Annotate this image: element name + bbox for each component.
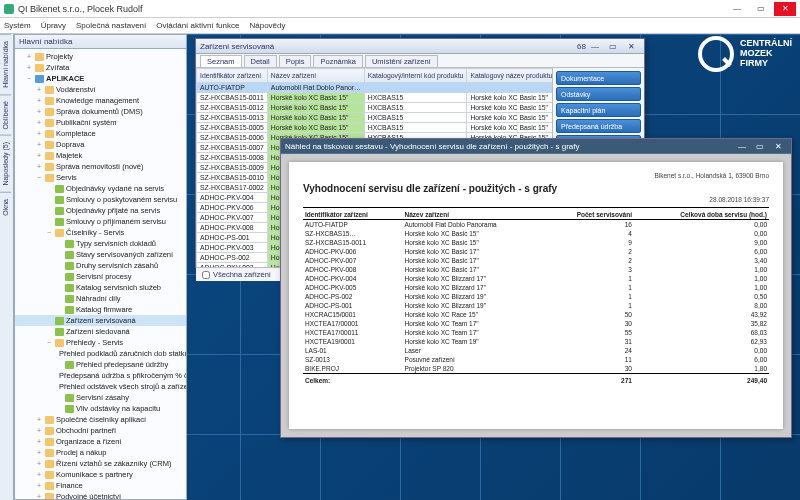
grid-close-icon[interactable]: ✕ (622, 42, 640, 51)
report-window: Náhled na tiskovou sestavu - Vyhodnocení… (280, 138, 792, 438)
tree-node[interactable]: +Kompletace (15, 128, 186, 139)
tree-node[interactable]: −APLIKACE (15, 73, 186, 84)
report-window-titlebar[interactable]: Náhled na tiskovou sestavu - Vyhodnocení… (281, 139, 791, 154)
tree-node[interactable]: +Knowledge management (15, 95, 186, 106)
grid-row[interactable]: SZ-HXCBAS15-0005Horské kolo XC Basic 15"… (197, 123, 553, 133)
report-min-icon[interactable]: — (733, 142, 751, 151)
tree-node[interactable]: +Organizace a řízení (15, 436, 186, 447)
report-max-icon[interactable]: ▭ (751, 142, 769, 151)
tree-node[interactable]: +Publikační systém (15, 117, 186, 128)
app-titlebar: QI Bikenet s.r.o., Plocek Rudolf — ▭ ✕ (0, 0, 800, 18)
menu-item[interactable]: Úpravy (41, 21, 66, 30)
side-tab[interactable]: Oblíbené (0, 94, 11, 135)
grid-action-button[interactable]: Odstávky (556, 87, 641, 101)
tree-node[interactable]: +Majetek (15, 150, 186, 161)
tree-node[interactable]: Náhradní díly (15, 293, 186, 304)
grid-action-button[interactable]: Dokumentace (556, 71, 641, 85)
grid-tab[interactable]: Popis (279, 55, 312, 67)
tree-node[interactable]: Přehled podkladů záručních dob statků (15, 348, 186, 359)
report-close-icon[interactable]: ✕ (769, 142, 787, 151)
report-window-title: Náhled na tiskovou sestavu - Vyhodnocení… (285, 142, 733, 151)
close-button[interactable]: ✕ (774, 2, 796, 16)
menu-item[interactable]: Systém (4, 21, 31, 30)
tree-node[interactable]: +Správa nemovitostí (nové) (15, 161, 186, 172)
tree-node[interactable]: Přehled předepsané údržby (15, 359, 186, 370)
grid-row[interactable]: SZ-HXCBAS15-0011Horské kolo XC Basic 15"… (197, 93, 553, 103)
app-icon (4, 4, 14, 14)
tree-node[interactable]: +Komunikace s partnery (15, 469, 186, 480)
tree-node[interactable]: +Projekty (15, 51, 186, 62)
report-row: ADHOC-PKV-006Horské kolo XC Basic 17"26,… (303, 247, 769, 256)
tree-node[interactable]: Stavy servisovaných zařízení (15, 249, 186, 260)
grid-action-button[interactable]: Předepsaná údržba (556, 119, 641, 133)
tree-node[interactable]: Typy servisních dokladů (15, 238, 186, 249)
grid-col-header[interactable]: Identifikátor zařízení (197, 69, 268, 83)
tree-node[interactable]: Objednávky vydané na servis (15, 183, 186, 194)
grid-action-button[interactable]: Kapacitní plán (556, 103, 641, 117)
grid-tab[interactable]: Poznámka (313, 55, 362, 67)
tree-node[interactable]: Smlouvy o poskytovaném servisu (15, 194, 186, 205)
tree-node[interactable]: +Společné číselníky aplikací (15, 414, 186, 425)
tree-node[interactable]: Servisní procesy (15, 271, 186, 282)
report-row: HXCTEA17/00001Horské kolo XC Team 17"303… (303, 319, 769, 328)
tree-node[interactable]: Předepsaná údržba s přikročeným % čerpán… (15, 370, 186, 381)
grid-row[interactable]: SZ-HXCBAS15-0013Horské kolo XC Basic 15"… (197, 113, 553, 123)
tree-node[interactable]: +Řízení vztahů se zákazníky (CRM) (15, 458, 186, 469)
tree-node[interactable]: +Správa dokumentů (DMS) (15, 106, 186, 117)
tree-node[interactable]: Smlouvy o přijímaném servisu (15, 216, 186, 227)
nav-tree[interactable]: +Projekty+Zvířata−APLIKACE+Vodárenství+K… (15, 49, 186, 499)
report-row: HXCTEA19/0001Horské kolo XC Team 19"3162… (303, 337, 769, 346)
tree-node[interactable]: Zařízení servisovaná (15, 315, 186, 326)
report-table: Identifikátor zařízeníNázev zařízeníPoče… (303, 210, 769, 385)
grid-window-titlebar[interactable]: Zařízení servisovaná 68 —▭✕ (196, 39, 644, 54)
report-row: SZ-0013Posuvné zařízení116,00 (303, 355, 769, 364)
report-page: Bikenet s.r.o., Holandská 1, 63900 Brno … (289, 162, 783, 429)
tree-node[interactable]: Zařízení sledovaná (15, 326, 186, 337)
tree-node[interactable]: Katalog servisních služeb (15, 282, 186, 293)
tree-node[interactable]: Objednávky přijaté na servis (15, 205, 186, 216)
grid-tab[interactable]: Umístění zařízení (365, 55, 438, 67)
report-heading: Vyhodnocení servisu dle zařízení - použi… (303, 183, 769, 194)
tree-node[interactable]: +Vodárenství (15, 84, 186, 95)
grid-tab[interactable]: Seznam (200, 55, 242, 67)
tree-node[interactable]: +Finance (15, 480, 186, 491)
tree-node[interactable]: Přehled odstávek všech strojů a zařízení (15, 381, 186, 392)
tree-node[interactable]: +Zvířata (15, 62, 186, 73)
report-row: ADHOC-PS-001Horské kolo XC Blizzard 19"1… (303, 301, 769, 310)
grid-max-icon[interactable]: ▭ (604, 42, 622, 51)
grid-col-header[interactable]: Katalogový/interní kód produktu (364, 69, 467, 83)
report-total-row: Celkem:271249,40 (303, 374, 769, 386)
tree-node[interactable]: −Servis (15, 172, 186, 183)
tree-node[interactable]: +Podvojné účetnictví (15, 491, 186, 499)
grid-tabs: SeznamDetailPopisPoznámkaUmístění zaříze… (196, 54, 644, 68)
all-devices-checkbox[interactable] (202, 271, 210, 279)
report-org: Bikenet s.r.o., Holandská 1, 63900 Brno (654, 172, 769, 179)
tree-node[interactable]: −Číselníky - Servis (15, 227, 186, 238)
tree-node[interactable]: +Prodej a nákup (15, 447, 186, 458)
maximize-button[interactable]: ▭ (750, 2, 772, 16)
report-row: BIKE.PROJProjektor SP 820301,80 (303, 364, 769, 374)
grid-col-header[interactable]: Název zařízení (267, 69, 364, 83)
tree-node[interactable]: −Přehledy - Servis (15, 337, 186, 348)
tree-node[interactable]: +Doprava (15, 139, 186, 150)
grid-row[interactable]: AUTO-FIATDPAutomobil Fiat Doblo Panor…AU… (197, 83, 553, 93)
menu-item[interactable]: Nápovědy (249, 21, 285, 30)
report-row: HXCTEA17/00011Horské kolo XC Team 17"556… (303, 328, 769, 337)
tree-node[interactable]: Druhy servisních zásahů (15, 260, 186, 271)
tree-node[interactable]: Katalog firmware (15, 304, 186, 315)
grid-tab[interactable]: Detail (244, 55, 277, 67)
grid-row[interactable]: SZ-HXCBAS15-0012Horské kolo XC Basic 15"… (197, 103, 553, 113)
report-viewport[interactable]: Bikenet s.r.o., Holandská 1, 63900 Brno … (281, 154, 791, 437)
grid-min-icon[interactable]: — (586, 42, 604, 51)
side-tab[interactable]: Naposledy (5) (0, 135, 11, 192)
grid-col-header[interactable]: Katalogový název produktu (467, 69, 552, 83)
minimize-button[interactable]: — (726, 2, 748, 16)
side-tab[interactable]: Okna (0, 192, 11, 222)
menu-item[interactable]: Společná nastavení (76, 21, 146, 30)
menu-item[interactable]: Ovládání aktivní funkce (156, 21, 239, 30)
side-tab[interactable]: Hlavní nabídka (0, 34, 11, 94)
tree-node[interactable]: +Obchodní partneři (15, 425, 186, 436)
tree-node[interactable]: Servisní zásahy (15, 392, 186, 403)
report-row: SZ-HXCBAS15…Horské kolo XC Basic 15"40,0… (303, 229, 769, 238)
tree-node[interactable]: Vliv odstávky na kapacitu (15, 403, 186, 414)
